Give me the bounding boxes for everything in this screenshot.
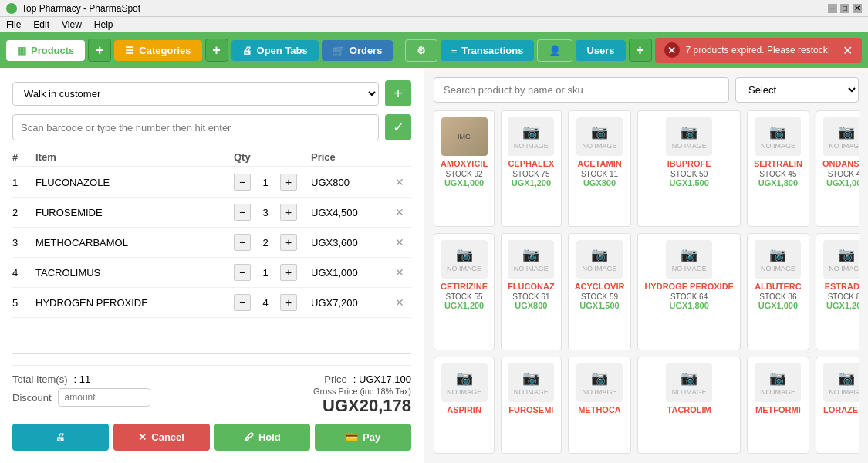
product-card[interactable]: 📷 NO IMAGE ONDANSET STOCK 40 UGX1,000 xyxy=(816,110,859,227)
qty-increase-button[interactable]: + xyxy=(280,234,297,251)
product-card[interactable]: 📷 NO IMAGE ESTRADIC STOCK 80 UGX1,200 xyxy=(816,233,859,350)
customer-select[interactable]: Walk in customer xyxy=(12,82,379,106)
maximize-button[interactable]: □ xyxy=(840,4,849,13)
menu-view[interactable]: View xyxy=(62,19,82,30)
alert-text: 7 products expired. Please restock! xyxy=(686,45,830,56)
product-card[interactable]: 📷 NO IMAGE TACROLIM xyxy=(637,357,741,454)
qty-decrease-button[interactable]: − xyxy=(234,174,251,191)
categories-button[interactable]: ☰ Categories xyxy=(114,40,201,61)
window-controls[interactable]: ─ □ ✕ xyxy=(828,4,862,13)
add-category-button[interactable]: + xyxy=(205,39,228,62)
product-stock: STOCK 86 xyxy=(754,292,802,301)
scan-input[interactable] xyxy=(12,114,379,140)
discount-input[interactable] xyxy=(58,388,150,407)
product-card[interactable]: 📷 NO IMAGE METFORMI xyxy=(747,357,809,454)
footer: Total Item(s) : 11 Discount Price : UGX1… xyxy=(12,365,411,451)
settings-button[interactable]: ⚙ xyxy=(405,39,437,62)
products-button[interactable]: ▦ Products xyxy=(6,40,85,61)
qty-value: 2 xyxy=(254,237,277,248)
titlebar-left: Top Pharmacy - PharmaSpot xyxy=(6,3,140,14)
transactions-button[interactable]: ≡ Transactions xyxy=(441,40,535,61)
remove-item-button[interactable]: ✕ xyxy=(388,266,411,279)
product-card[interactable]: 📷 NO IMAGE ASPIRIN xyxy=(434,357,495,454)
product-name: ONDANSET xyxy=(822,159,859,168)
product-price: UGX1,200 xyxy=(441,301,488,310)
product-card[interactable]: 📷 NO IMAGE FUROSEMI xyxy=(501,357,562,454)
add-customer-button[interactable]: + xyxy=(385,80,411,106)
category-select[interactable]: Select xyxy=(735,77,859,103)
item-name: FUROSEMIDE xyxy=(35,207,234,218)
orders-button[interactable]: 🛒 Orders xyxy=(322,40,393,61)
qty-increase-button[interactable]: + xyxy=(280,294,297,311)
product-card[interactable]: 📷 NO IMAGE ALBUTERC STOCK 86 UGX1,000 xyxy=(747,233,809,350)
pay-button[interactable]: 💳 Pay xyxy=(315,424,411,451)
users-button[interactable]: Users xyxy=(576,40,625,61)
no-image-label: NO IMAGE xyxy=(447,265,481,272)
col-remove xyxy=(388,151,411,163)
table-row: 3 METHOCARBAMOL − 2 + UGX3,600 ✕ xyxy=(12,228,411,258)
add-user-button[interactable]: + xyxy=(629,39,652,62)
gross-label: Gross Price (inc 18% Tax) xyxy=(313,387,411,396)
product-card[interactable]: 📷 NO IMAGE CEPHALEX STOCK 75 UGX1,200 xyxy=(501,110,562,227)
product-card[interactable]: 📷 NO IMAGE ACYCLOVIR STOCK 59 UGX1,500 xyxy=(568,233,632,350)
qty-decrease-button[interactable]: − xyxy=(234,294,251,311)
cancel-button[interactable]: ✕ Cancel xyxy=(113,424,210,451)
menu-help[interactable]: Help xyxy=(94,19,113,30)
product-card[interactable]: 📷 NO IMAGE METHOCA xyxy=(568,357,632,454)
open-tabs-label: Open Tabs xyxy=(257,45,308,56)
print-button[interactable]: 🖨 xyxy=(12,424,109,451)
product-price: UGX1,500 xyxy=(575,301,625,310)
product-stock: STOCK 59 xyxy=(575,292,625,301)
product-card[interactable]: IMG AMOXYICIL STOCK 92 UGX1,000 xyxy=(434,110,495,227)
qty-decrease-button[interactable]: − xyxy=(234,204,251,221)
product-image-placeholder: 📷 NO IMAGE xyxy=(823,240,859,279)
product-card[interactable]: 📷 NO IMAGE IBUPROFE STOCK 50 UGX1,500 xyxy=(637,110,741,227)
camera-icon: 📷 xyxy=(838,246,855,263)
no-image-label: NO IMAGE xyxy=(514,388,549,396)
total-items-value: : 11 xyxy=(74,373,91,385)
scan-confirm-button[interactable]: ✓ xyxy=(385,114,411,140)
product-card[interactable]: 📷 NO IMAGE CETIRIZINE STOCK 55 UGX1,200 xyxy=(434,233,495,350)
no-image-label: NO IMAGE xyxy=(672,265,707,272)
add-product-button[interactable]: + xyxy=(88,39,111,62)
hold-button[interactable]: 🖊 Hold xyxy=(214,424,311,451)
open-tabs-button[interactable]: 🖨 Open Tabs xyxy=(231,40,319,61)
product-name: METFORMI xyxy=(754,405,802,414)
menu-edit[interactable]: Edit xyxy=(33,19,49,30)
product-name: CEPHALEX xyxy=(508,159,555,168)
product-image-placeholder: 📷 NO IMAGE xyxy=(576,117,623,156)
camera-icon: 📷 xyxy=(681,123,697,140)
remove-item-button[interactable]: ✕ xyxy=(388,236,411,248)
qty-decrease-button[interactable]: − xyxy=(234,234,251,251)
qty-increase-button[interactable]: + xyxy=(280,204,297,221)
minimize-button[interactable]: ─ xyxy=(828,4,837,13)
product-search-input[interactable] xyxy=(434,77,729,103)
qty-decrease-button[interactable]: − xyxy=(234,264,251,281)
item-price: UGX800 xyxy=(311,177,388,188)
product-stock: STOCK 92 xyxy=(441,170,488,178)
product-card[interactable]: 📷 NO IMAGE ACETAMIN STOCK 11 UGX800 xyxy=(568,110,632,227)
close-button[interactable]: ✕ xyxy=(853,4,862,13)
right-panel: Select IMG AMOXYICIL STOCK 92 UGX1,000 📷… xyxy=(424,68,868,463)
no-image-label: NO IMAGE xyxy=(514,265,549,272)
transactions-label: Transactions xyxy=(461,45,523,56)
qty-increase-button[interactable]: + xyxy=(280,264,297,281)
product-card[interactable]: 📷 NO IMAGE LORAZEPA xyxy=(816,357,859,454)
menu-file[interactable]: File xyxy=(6,19,21,30)
product-name: AMOXYICIL xyxy=(441,159,488,168)
remove-item-button[interactable]: ✕ xyxy=(388,296,411,309)
pay-label: Pay xyxy=(363,431,380,443)
alert-close-button[interactable]: ✕ xyxy=(843,43,853,58)
item-num: 3 xyxy=(12,237,35,248)
user-icon-button[interactable]: 👤 xyxy=(537,39,572,62)
product-stock: STOCK 50 xyxy=(644,170,734,178)
product-card[interactable]: 📷 NO IMAGE HYDROGE PEROXIDE STOCK 64 UGX… xyxy=(637,233,741,350)
qty-increase-button[interactable]: + xyxy=(280,174,297,191)
product-card[interactable]: 📷 NO IMAGE FLUCONAZ STOCK 61 UGX800 xyxy=(501,233,562,350)
users-label: Users xyxy=(586,45,614,56)
product-card[interactable]: 📷 NO IMAGE SERTRALIN STOCK 45 UGX1,800 xyxy=(747,110,809,227)
cancel-icon: ✕ xyxy=(138,431,147,443)
remove-item-button[interactable]: ✕ xyxy=(388,176,411,188)
remove-item-button[interactable]: ✕ xyxy=(388,206,411,218)
product-stock: STOCK 64 xyxy=(644,292,734,301)
